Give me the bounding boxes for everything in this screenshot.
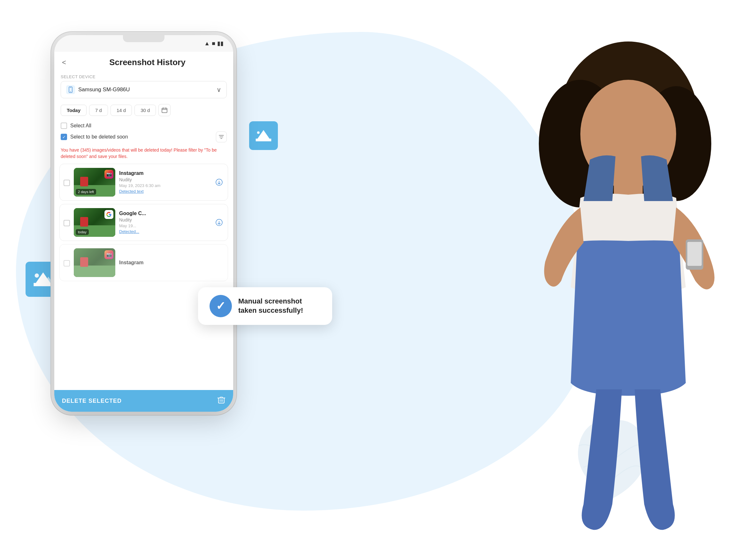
item-3-checkbox[interactable] xyxy=(64,260,70,266)
device-selector-left: Samsung SM-G986U xyxy=(66,85,130,94)
screenshot-item-3[interactable]: 📷 Instagram xyxy=(60,244,228,281)
screenshot-list: 2 days left 📷 Instagram Nudity May 19, 2… xyxy=(54,164,233,281)
item-2-detected-link[interactable]: Detected... xyxy=(119,229,211,234)
item-2-checkbox[interactable] xyxy=(64,220,70,226)
calendar-button[interactable] xyxy=(158,104,171,116)
item-1-category: Nudity xyxy=(119,177,211,182)
back-button[interactable]: < xyxy=(62,59,66,67)
screen-title: Screenshot History xyxy=(69,58,226,68)
item-3-app-name: Instagram xyxy=(119,260,224,266)
battery-icon: ▮▮ xyxy=(217,40,224,47)
toast-check-icon: ✓ xyxy=(216,299,226,313)
filter-7d[interactable]: 7 d xyxy=(89,105,108,116)
select-deleted-row: Select to be deleted soon xyxy=(54,130,233,145)
delete-bar[interactable]: DELETE SELECTED xyxy=(54,390,233,412)
svg-rect-9 xyxy=(70,87,71,88)
status-icons: ▲ ■ ▮▮ xyxy=(204,40,224,47)
phone-wrapper: ▲ ■ ▮▮ < Screenshot History SELECT DEVIC… xyxy=(48,26,246,504)
select-deleted-label: Select to be deleted soon xyxy=(70,134,128,140)
item-1-checkbox[interactable] xyxy=(64,180,70,186)
instagram-icon-1: 📷 xyxy=(104,170,113,179)
toast-notification: ✓ Manual screenshottaken successfully! xyxy=(198,287,332,325)
select-all-row[interactable]: Select All xyxy=(54,121,233,130)
device-icon xyxy=(66,85,75,94)
select-all-checkbox[interactable] xyxy=(61,123,67,129)
phone-device: ▲ ■ ▮▮ < Screenshot History SELECT DEVIC… xyxy=(54,35,233,412)
toast-message: Manual screenshottaken successfully! xyxy=(238,297,303,315)
item-3-thumbnail: 📷 xyxy=(74,248,115,277)
item-1-detected-link[interactable]: Detected text xyxy=(119,189,211,194)
screenshot-item-2[interactable]: today Google C... Nudity xyxy=(60,204,228,241)
delete-bar-label: DELETE SELECTED xyxy=(62,398,122,404)
filter-row-left: Select to be deleted soon xyxy=(61,134,128,140)
item-1-download-button[interactable] xyxy=(214,168,224,197)
item-2-date: May 19... xyxy=(119,223,211,228)
wifi-icon: ■ xyxy=(212,40,215,47)
date-filters: Today 7 d 14 d 30 d xyxy=(54,103,233,121)
chevron-down-icon: ∨ xyxy=(217,86,221,93)
filter-button[interactable] xyxy=(216,131,227,142)
thumb-label-1: 2 days left xyxy=(76,189,96,195)
item-checkbox-2[interactable] xyxy=(64,208,70,237)
device-section: SELECT DEVICE Samsung SM-G986U ∨ xyxy=(54,71,233,103)
filter-30d[interactable]: 30 d xyxy=(134,105,156,116)
phone-status-bar: ▲ ■ ▮▮ xyxy=(54,35,233,52)
item-checkbox-1[interactable] xyxy=(64,168,70,197)
item-2-app-name: Google C... xyxy=(119,210,211,216)
item-1-date: May 19, 2023 6:30 am xyxy=(119,183,211,188)
svg-rect-27 xyxy=(687,242,702,266)
google-icon xyxy=(104,210,113,219)
thumb-label-2: today xyxy=(76,229,89,235)
item-3-info: Instagram xyxy=(119,248,224,277)
phone-notch xyxy=(123,35,164,42)
screen-header: < Screenshot History xyxy=(54,52,233,71)
item-2-thumbnail: today xyxy=(74,208,115,237)
filter-14d[interactable]: 14 d xyxy=(110,105,132,116)
item-checkbox-3[interactable] xyxy=(64,248,70,277)
item-1-info: Instagram Nudity May 19, 2023 6:30 am De… xyxy=(119,168,211,197)
item-2-download-button[interactable] xyxy=(214,208,224,237)
item-1-app-name: Instagram xyxy=(119,171,211,176)
girl-illustration xyxy=(245,0,756,540)
signal-icon: ▲ xyxy=(204,40,210,47)
screenshot-item[interactable]: 2 days left 📷 Instagram Nudity May 19, 2… xyxy=(60,164,228,201)
girl-area xyxy=(245,0,756,540)
device-section-label: SELECT DEVICE xyxy=(61,74,227,79)
toast-check-circle: ✓ xyxy=(210,295,232,317)
item-2-category: Nudity xyxy=(119,217,211,222)
svg-point-8 xyxy=(70,91,71,92)
phone-screen: < Screenshot History SELECT DEVICE xyxy=(54,52,233,412)
filter-today[interactable]: Today xyxy=(61,105,87,116)
svg-rect-10 xyxy=(162,108,167,113)
device-selector[interactable]: Samsung SM-G986U ∨ xyxy=(61,81,227,98)
instagram-icon-3: 📷 xyxy=(104,250,113,259)
svg-point-3 xyxy=(35,274,39,278)
device-name: Samsung SM-G986U xyxy=(78,86,130,93)
warning-text: You have (345) images/videos that will b… xyxy=(54,145,233,164)
select-all-label: Select All xyxy=(70,123,92,129)
select-deleted-checkbox[interactable] xyxy=(61,134,67,140)
item-1-thumbnail: 2 days left 📷 xyxy=(74,168,115,197)
item-2-info: Google C... Nudity May 19... Detected... xyxy=(119,208,211,237)
delete-icon xyxy=(217,396,226,406)
